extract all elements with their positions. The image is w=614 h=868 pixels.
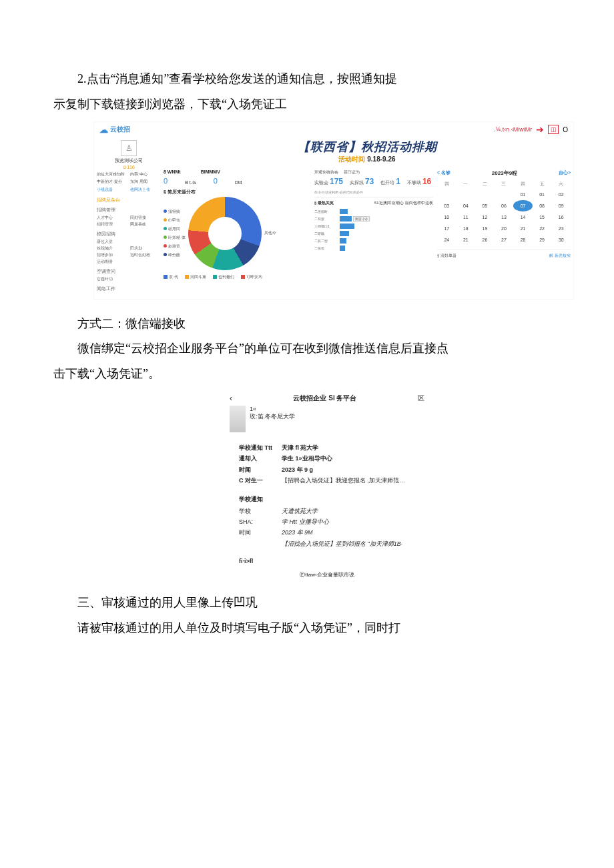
- close-icon[interactable]: 区: [418, 394, 424, 403]
- wechat-title: 云校招企业 Si 务平台: [293, 394, 356, 403]
- paragraph-1-line-2: 示复制下载链接到浏览器，下载“入场凭证工: [53, 92, 561, 117]
- separator-text: fi·i>fl: [239, 558, 427, 564]
- metric-label: BIMMMV: [201, 169, 220, 174]
- sidebar-group-survey[interactable]: 空调查问: [97, 268, 161, 275]
- method-2-title: 方式二：微信端接收: [53, 312, 561, 337]
- sidebar-group-campus[interactable]: 校园招聘: [97, 231, 161, 238]
- cal-prev[interactable]: < 名够: [437, 169, 450, 177]
- dashboard-logo: ☁ 云校招: [99, 125, 130, 135]
- sidebar-item[interactable]: 活动期滑: [97, 259, 161, 265]
- cal-title: 2023年9程: [492, 169, 517, 177]
- notice-card-2[interactable]: 学校通知 学校天遭筑苑大学 SHA:学 Htt 业播导中心 时间2023 牟 9…: [239, 495, 427, 549]
- sidebar-item[interactable]: 唐位入驻: [97, 239, 161, 245]
- wechat-figure: ‹ 云校招企业 Si 务平台 区 1« 玫:笛.冬冬尼大学 学校通知 Ttt天津…: [227, 392, 427, 578]
- message-icon[interactable]: ◫: [548, 125, 559, 134]
- arrow-icon: ➔: [536, 125, 544, 134]
- sidebar-item[interactable]: 它题针功: [97, 276, 161, 282]
- donut-chart: [188, 197, 262, 270]
- paragraph-2-line-2: 击下载“入场凭证”。: [53, 362, 561, 387]
- paragraph-3: 请被审核通过的用人单位及时填写电子版“入场凭证”，同时打: [53, 616, 561, 641]
- sidebar-item[interactable]: 招培参加迅时去刻程: [97, 252, 161, 258]
- chart-footer: 表·代 河回斗第 也刊最们 可昨安均: [164, 274, 310, 280]
- donut-label: 其他今: [264, 230, 276, 236]
- paragraph-1-line-1: 2.点击“消息通知”查看学校给您发送的通知信息，按照通知提: [53, 67, 561, 92]
- back-icon[interactable]: ‹: [230, 394, 232, 403]
- metric-label: 8 WNMt: [164, 169, 181, 174]
- notice-card-1[interactable]: 学校通知 Ttt天津 fl 苑大学 通却入学生 1»业相导中心 时闻2023 年…: [239, 443, 427, 486]
- hbar-chart: 二压面时 二后室测宫·(·v) 三师境口1 二研确 二其二型 二张坦: [314, 209, 433, 251]
- section-3-title: 三、审核通过的用人里像上传凹巩: [53, 590, 561, 616]
- cloud-icon: ☁: [99, 125, 108, 135]
- avatar-icon: [230, 406, 246, 432]
- sidebar-group-manage[interactable]: 招聘管理: [97, 207, 161, 213]
- cal-next[interactable]: 自心>: [559, 169, 571, 177]
- paragraph-2-line-1: 微信绑定“云校招企业服务平台”的单位可在收到微信推送信息后直接点: [53, 336, 561, 362]
- dashboard-figure: ☁ 云校招 .¼.t‹n ‹MiwiMr ➔ ◫ O ♙ 预览测试公司 ⊙116…: [93, 121, 574, 300]
- sidebar-links[interactable]: 小规说器他网决上传: [97, 187, 161, 193]
- banner-subtitle: 活动时间 9.18-9.26: [164, 155, 571, 164]
- cal-more-link[interactable]: 解 新患核实: [549, 253, 571, 259]
- wechat-footer: Ⓔttaw‹企业食量职市说: [227, 571, 427, 578]
- metric-value: 0: [164, 177, 168, 185]
- banner-title: 【联西省】秋招活动排期: [164, 139, 571, 155]
- sidebar-group-network[interactable]: 闻络工作: [97, 286, 161, 292]
- avatar-icon[interactable]: ♙: [121, 140, 137, 156]
- sidebar-group-recruit[interactable]: 招聘及杂台: [97, 197, 161, 203]
- donut-legend: 须得购 巾甲传 破用同 叶郑精 体 叙测资 峰分酸: [164, 209, 186, 258]
- metric-value: 0: [214, 177, 218, 185]
- top-right-text: .¼.t‹n ‹MiwiMr: [494, 126, 532, 133]
- sidebar-item[interactable]: 人才中心同刻管接: [97, 215, 161, 221]
- sidebar-item[interactable]: 招聘管理网厦喜岐: [97, 222, 161, 228]
- dashboard-sidebar: ♙ 预览测试公司 ⊙116 的位大河难知时内容:中心 中新的才:提分东淘 用闻 …: [97, 139, 161, 294]
- sidebar-company: 预览测试公司: [97, 157, 161, 164]
- calendar[interactable]: 四一 二三 四五 六 010102 03040506070809 1011121…: [437, 179, 571, 246]
- message-count: O: [563, 126, 568, 133]
- sidebar-item[interactable]: 铁院施介田坊划: [97, 246, 161, 252]
- section-title: § 简历来源分布: [164, 189, 310, 195]
- sidebar-badge: ⊙116: [97, 165, 161, 170]
- metrics-row: 实验会 175 实探线 73 也开培 1 不够助 16: [314, 177, 433, 186]
